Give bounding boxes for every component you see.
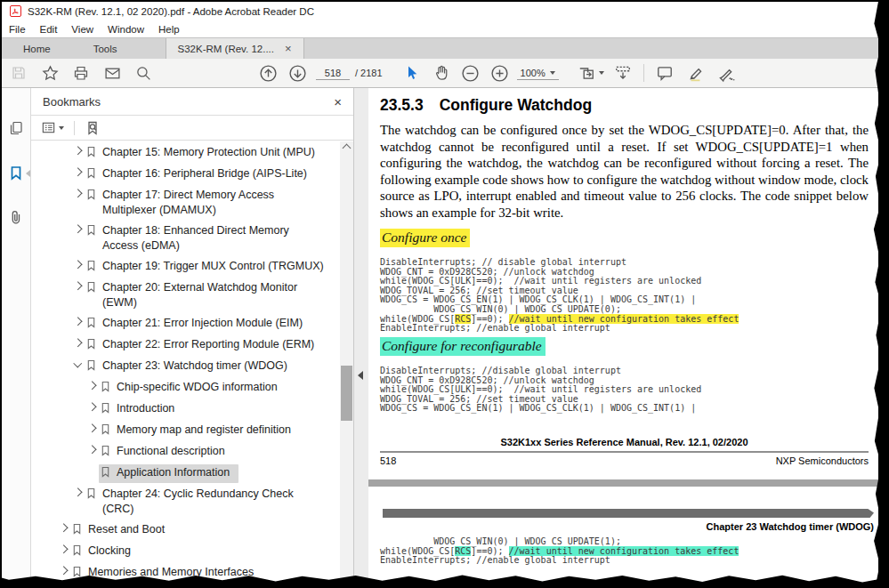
bookmark-item[interactable]: Chip-specific WDOG information [31,376,340,398]
page-footer-rule [380,451,869,453]
chevron-right-icon[interactable] [70,489,85,495]
chevron-right-icon[interactable] [70,318,85,325]
previous-page-icon[interactable] [258,63,278,83]
star-icon[interactable] [40,63,60,83]
title-bar: S32K-RM (Rev. 12.1, 02 2020).pdf - Adobe… [2,2,878,21]
bookmark-item[interactable]: Functional description [31,440,340,462]
menu-window[interactable]: Window [101,24,151,35]
bookmarks-panel-header: Bookmarks × [31,88,353,116]
collapse-panel-icon[interactable] [358,371,363,380]
page-footer-title: S32K1xx Series Reference Manual, Rev. 12… [380,437,869,447]
bookmark-flag-icon [86,189,96,203]
bookmark-label: Chapter 15: Memory Protection Unit (MPU) [102,145,315,160]
chevron-right-icon[interactable] [56,546,70,552]
highlight-tool-icon[interactable] [686,63,706,83]
configure-once-label: Configure once [380,229,470,247]
bookmark-item[interactable]: Introduction [31,398,340,419]
print-icon[interactable] [71,63,91,83]
tab-document-label: S32K-RM (Rev. 12.... [178,44,274,54]
bookmark-options-icon[interactable] [41,120,64,135]
bookmark-item[interactable]: Chapter 22: Error Reporting Module (ERM) [31,334,340,355]
chevron-down-icon[interactable] [70,361,85,366]
bookmark-flag-icon [86,317,96,331]
bookmark-label: Chapter 20: External Watchdog Monitor (E… [102,280,327,310]
configure-reconfigurable-label: Configure for reconfigurable [380,337,546,356]
close-panel-icon[interactable]: × [334,94,342,109]
page-number-input[interactable]: 518 [316,67,350,80]
bookmark-label: Chapter 17: Direct Memory Access Multipl… [102,188,327,217]
hand-tool-icon[interactable] [432,63,451,83]
bookmark-flag-icon [101,466,110,480]
chevron-right-icon[interactable] [70,226,85,232]
tab-home[interactable]: Home [2,38,72,59]
search-icon[interactable] [133,63,153,83]
bookmark-item[interactable]: Chapter 16: Peripheral Bridge (AIPS-Lite… [31,163,340,184]
scrollbar-thumb[interactable] [341,366,352,421]
chevron-down-icon [550,71,555,75]
code-block-page2: WDOG_CS_WIN(0) | WDOG_CS_UPDATE(1);while… [380,537,739,566]
bookmark-item[interactable]: Memory map and register definition [31,419,340,440]
bookmark-item[interactable]: Chapter 23: Watchdog timer (WDOG) [31,355,340,376]
bookmark-item[interactable]: Chapter 21: Error Injection Module (EIM) [31,312,340,334]
save-icon[interactable] [9,63,28,83]
tab-close-icon[interactable]: × [285,43,292,54]
bookmark-flag-icon [101,402,110,416]
chevron-right-icon[interactable] [70,340,85,346]
menu-edit[interactable]: Edit [33,24,65,35]
bookmark-item[interactable]: Chapter 15: Memory Protection Unit (MPU) [31,141,340,163]
attachments-icon[interactable] [8,209,24,226]
find-current-bookmark-icon[interactable] [85,120,101,136]
bookmark-item[interactable]: Application Information [31,462,340,483]
tab-document[interactable]: S32K-RM (Rev. 12.... × [166,38,304,59]
chevron-right-icon[interactable] [85,383,99,389]
fit-page-icon[interactable] [577,63,596,83]
chevron-right-icon[interactable] [85,404,99,410]
chevron-down-icon[interactable] [599,71,604,75]
scroll-up-icon[interactable] [343,144,352,153]
email-icon[interactable] [102,63,122,83]
bookmarks-panel-icon[interactable] [8,165,24,181]
bookmark-flag-icon [86,167,96,181]
body-paragraph: The watchdog can be configured once by s… [380,122,869,222]
bookmark-item[interactable]: Chapter 20: External Watchdog Monitor (E… [31,277,340,312]
zoom-level-select[interactable]: 100% [517,67,559,80]
chevron-right-icon[interactable] [56,568,70,574]
toolbar-divider [643,64,644,82]
chevron-right-icon[interactable] [70,262,85,268]
bookmark-item[interactable]: Chapter 18: Enhanced Direct Memory Acces… [31,220,340,255]
chevron-right-icon[interactable] [70,169,85,175]
highlighted-code: RCS [455,314,471,324]
bookmark-label: Chapter 21: Error Injection Module (EIM) [102,316,303,331]
code-line: EnableInterrupts; //enable global interr… [380,324,739,334]
bookmark-label: Introduction [117,401,174,416]
chevron-right-icon[interactable] [56,525,70,531]
chevron-right-icon[interactable] [85,425,99,431]
chevron-right-icon[interactable] [85,447,99,453]
bookmark-label: Chip-specific WDOG information [117,380,278,395]
menu-help[interactable]: Help [151,24,187,35]
page-thumbnails-icon[interactable] [8,120,24,136]
menu-view[interactable]: View [64,24,101,35]
menu-file[interactable]: File [2,24,33,35]
fill-sign-icon[interactable] [717,63,737,83]
fit-width-icon[interactable] [613,63,633,83]
bookmark-item[interactable]: Chapter 24: Cyclic Redundancy Check (CRC… [31,483,340,519]
bookmark-label: Clocking [88,544,131,559]
bookmarks-scrollbar[interactable] [340,141,353,586]
bookmark-item[interactable]: Clocking [31,540,340,561]
bookmark-item[interactable]: Reset and Boot [31,519,340,540]
next-page-icon[interactable] [287,63,307,83]
zoom-in-icon[interactable] [490,63,510,83]
chevron-right-icon[interactable] [70,190,85,197]
bookmark-item[interactable]: Chapter 17: Direct Memory Access Multipl… [31,184,340,220]
page-footer-row: 518 NXP Semiconductors [380,455,869,466]
zoom-out-icon[interactable] [461,63,481,83]
tab-bar: Home Tools S32K-RM (Rev. 12.... × [2,37,878,59]
chevron-right-icon[interactable] [70,148,85,154]
chevron-right-icon[interactable] [70,283,85,289]
select-tool-icon[interactable] [402,63,422,83]
bookmark-item[interactable]: Chapter 19: Trigger MUX Control (TRGMUX) [31,255,340,277]
section-title: Configure Watchdog [440,96,592,114]
tab-tools[interactable]: Tools [72,38,139,59]
comment-icon[interactable] [655,63,675,83]
